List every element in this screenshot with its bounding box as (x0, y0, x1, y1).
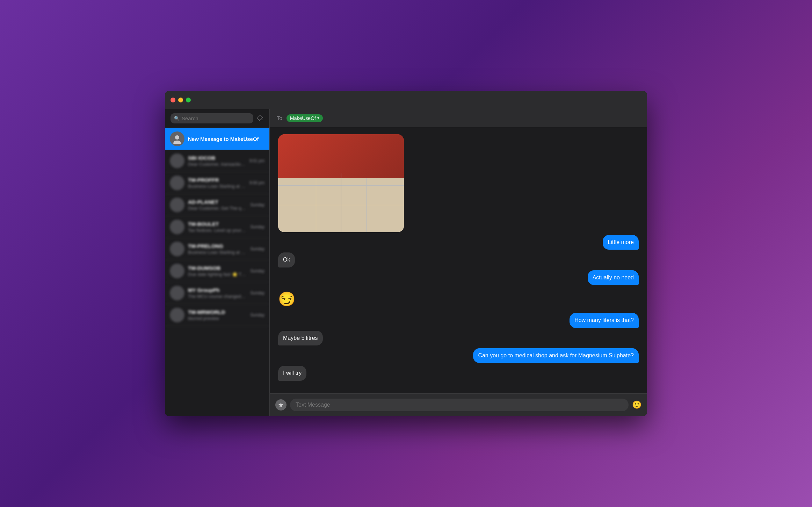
maximize-button[interactable] (186, 98, 191, 102)
conv-preview: Business Loan Starting at 16.99%* with o… (188, 184, 246, 189)
table-row: Can you go to medical shop and ask for M… (278, 348, 639, 363)
avatar (170, 242, 184, 256)
main-content: 🔍 (165, 109, 647, 416)
table-row (278, 134, 639, 232)
avatar (170, 153, 184, 168)
conv-time: 9:01 pm (249, 158, 264, 163)
conv-name: TM-DUMSOB (188, 265, 247, 271)
to-label: To: (277, 115, 284, 121)
conv-preview: Due date lighting fast ⭐ The returned yo… (188, 272, 247, 277)
chat-header: To: MakeUseOf ▾ (270, 109, 647, 127)
traffic-lights (171, 98, 191, 102)
recipient-tag[interactable]: MakeUseOf ▾ (287, 114, 323, 122)
close-button[interactable] (171, 98, 175, 102)
list-item[interactable]: TM-PROFFR Business Loan Starting at 16.9… (165, 172, 269, 194)
conv-time: Sunday (250, 269, 264, 273)
search-bar[interactable]: 🔍 (171, 113, 253, 123)
conv-name: TM-BOULET (188, 221, 247, 227)
minimize-button[interactable] (178, 98, 183, 102)
conv-preview: The MCU course changed me things... (188, 294, 247, 299)
conv-time: Sunday (250, 224, 264, 229)
conv-name: New Message to MakeUseOf (188, 136, 264, 142)
avatar (170, 131, 184, 146)
table-row: 😏 (278, 288, 639, 310)
conv-name: AD-PLANET (188, 199, 247, 205)
conv-preview: Dear Customer, Get The qualified flipkar… (188, 206, 247, 211)
search-icon: 🔍 (174, 116, 180, 121)
list-item[interactable]: SBI IOCOB Dear Customer, transaction of … (165, 150, 269, 172)
message-bubble: I will try (278, 366, 306, 380)
recipient-name: MakeUseOf (290, 115, 316, 121)
conv-name: TM-PRELONG (188, 243, 247, 249)
conv-info: AD-PLANET Dear Customer, Get The qualifi… (188, 199, 247, 211)
message-bubble-emoji: 😏 (278, 288, 296, 310)
svg-point-1 (173, 141, 181, 144)
avatar (170, 264, 184, 278)
svg-point-0 (175, 135, 179, 140)
table-row: Actually no need (278, 270, 639, 285)
message-image (278, 134, 404, 232)
conv-info: TM-PRELONG Business Loan Starting at 16.… (188, 243, 247, 255)
list-item[interactable]: AD-PLANET Dear Customer, Get The qualifi… (165, 194, 269, 216)
sidebar-header: 🔍 (165, 109, 269, 128)
message-bubble: Can you go to medical shop and ask for M… (473, 348, 639, 363)
title-bar (165, 91, 647, 109)
conv-time: Sunday (250, 247, 264, 251)
conv-name: TM-PROFFR (188, 177, 246, 183)
table-row: How many liters is that? (278, 313, 639, 328)
table-row: Ok (278, 252, 639, 267)
search-input[interactable] (182, 115, 250, 121)
conv-name: TM-MRWORLD (188, 309, 247, 315)
conv-time: Sunday (250, 313, 264, 317)
input-area: 🙂 (270, 393, 647, 416)
table-row: Maybe 5 litres (278, 331, 639, 345)
avatar (170, 308, 184, 322)
conv-time: Sunday (250, 202, 264, 207)
conv-info: TM-PROFFR Business Loan Starting at 16.9… (188, 177, 246, 189)
conv-preview: blurred preview (188, 316, 247, 321)
table-row: Little more (278, 235, 639, 250)
conv-name: SBI IOCOB (188, 155, 246, 161)
message-bubble: Little more (603, 235, 639, 250)
conv-preview: Dear Customer, transaction of INR 4,700.… (188, 162, 246, 167)
message-input[interactable] (290, 399, 629, 411)
conv-name: MY GroupPh (188, 287, 247, 293)
conv-info: TM-MRWORLD blurred preview (188, 309, 247, 321)
conv-info: TM-BOULET Tax Notices. Level up your dat… (188, 221, 247, 233)
emoji-button[interactable]: 🙂 (632, 400, 641, 409)
sidebar: 🔍 (165, 109, 270, 416)
messages-window: 🔍 (165, 91, 647, 416)
avatar (170, 176, 184, 190)
conv-info: New Message to MakeUseOf (188, 136, 264, 142)
avatar (170, 198, 184, 212)
compose-button[interactable] (257, 114, 264, 123)
table-row: I will try (278, 366, 639, 380)
message-bubble: How many liters is that? (570, 313, 639, 328)
conv-info: MY GroupPh The MCU course changed me thi… (188, 287, 247, 299)
conv-info: SBI IOCOB Dear Customer, transaction of … (188, 155, 246, 167)
list-item[interactable]: TM-DUMSOB Due date lighting fast ⭐ The r… (165, 260, 269, 282)
list-item[interactable]: MY GroupPh The MCU course changed me thi… (165, 282, 269, 304)
chevron-down-icon: ▾ (317, 116, 319, 120)
message-bubble: Maybe 5 litres (278, 331, 323, 345)
conv-time: 9:00 pm (249, 180, 264, 185)
active-conversation[interactable]: New Message to MakeUseOf (165, 128, 269, 150)
conv-preview: Tax Notices. Level up your data right no… (188, 228, 247, 233)
message-bubble: Actually no need (588, 270, 639, 285)
list-item[interactable]: TM-BOULET Tax Notices. Level up your dat… (165, 216, 269, 238)
conv-info: TM-DUMSOB Due date lighting fast ⭐ The r… (188, 265, 247, 277)
avatar (170, 220, 184, 234)
message-bubble: Ok (278, 252, 295, 267)
avatar (170, 286, 184, 300)
app-store-button[interactable] (275, 399, 287, 410)
conv-time: Sunday (250, 291, 264, 295)
conv-preview: Business Loan Starting at 16.99%* with o… (188, 250, 247, 255)
chat-area: To: MakeUseOf ▾ (270, 109, 647, 416)
list-item[interactable]: TM-MRWORLD blurred preview Sunday (165, 304, 269, 326)
conversation-list: New Message to MakeUseOf SBI IOCOB Dear … (165, 128, 269, 416)
list-item[interactable]: TM-PRELONG Business Loan Starting at 16.… (165, 238, 269, 260)
messages-container: Little more Ok Actually no need 😏 How ma… (270, 127, 647, 393)
